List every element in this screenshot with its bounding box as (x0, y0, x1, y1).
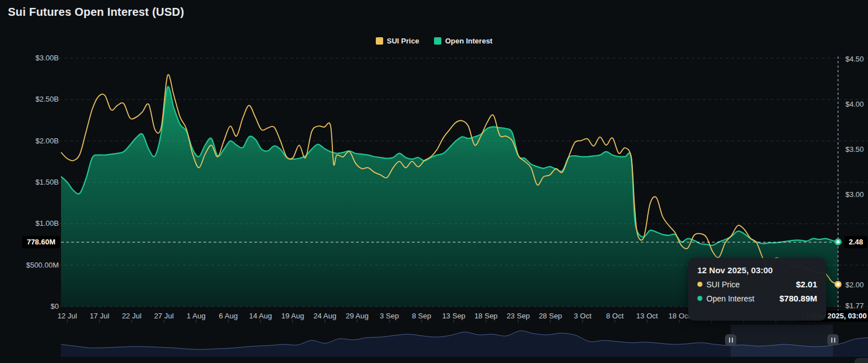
tooltip-label: SUI Price (706, 280, 740, 289)
sui-price-marker-core (836, 283, 840, 286)
tooltip: 12 Nov 2025, 03:00 SUI Price $2.01 Open … (688, 258, 826, 321)
chart-panel: Sui Futures Open Interest (USD) SUI Pric… (0, 0, 868, 363)
tooltip-label: Open Interest (706, 294, 754, 303)
navigator-selection-window[interactable] (731, 325, 833, 357)
open-interest-dot-icon (697, 296, 702, 301)
open-interest-marker-core (836, 240, 840, 244)
legend-item-open-interest[interactable]: Open Interest (434, 37, 493, 45)
crosshair-price-pill: 2.48 (844, 236, 867, 248)
sui-price-swatch-icon (376, 37, 383, 45)
legend-label: SUI Price (387, 37, 419, 45)
legend-item-sui-price[interactable]: SUI Price (376, 37, 419, 45)
sui-price-dot-icon (697, 282, 702, 287)
navigator-right-handle[interactable] (827, 334, 839, 345)
crosshair-oi-pill: 778.60M (22, 236, 60, 248)
legend: SUI Price Open Interest (0, 37, 868, 45)
open-interest-swatch-icon (434, 37, 441, 45)
legend-label: Open Interest (445, 37, 493, 45)
tooltip-date: 12 Nov 2025, 03:00 (697, 265, 817, 275)
tooltip-value: $780.89M (779, 294, 817, 303)
tooltip-value: $2.01 (796, 279, 817, 289)
settings-gear-button[interactable]: ⚙ (854, 358, 868, 363)
tooltip-row-open-interest: Open Interest $780.89M (697, 294, 817, 303)
tooltip-row-sui-price: SUI Price $2.01 (697, 279, 817, 289)
navigator-left-handle[interactable] (725, 334, 736, 345)
